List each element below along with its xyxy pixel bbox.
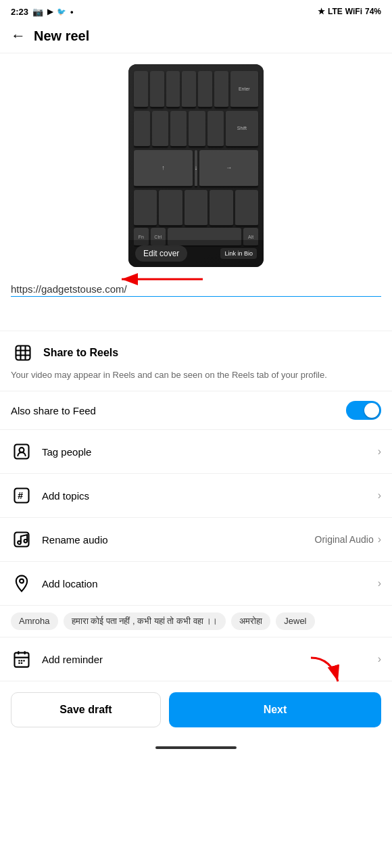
add-location-right: › bbox=[378, 577, 381, 589]
twitter-icon: 🐦 bbox=[57, 7, 66, 16]
add-reminder-chevron: › bbox=[378, 653, 381, 665]
share-to-reels-desc: Your video may appear in Reels and can b… bbox=[11, 369, 381, 381]
battery-level: 74% bbox=[365, 7, 381, 16]
key bbox=[170, 111, 187, 148]
add-reminder-left: Add reminder bbox=[11, 648, 103, 670]
key-up: ↑ bbox=[134, 150, 193, 187]
rename-audio-value: Original Audio bbox=[315, 534, 374, 545]
key bbox=[207, 111, 224, 148]
youtube-icon: ▶ bbox=[47, 7, 53, 16]
key bbox=[152, 111, 168, 148]
tag-people-icon bbox=[11, 441, 32, 462]
chips-section: Amroha हमारा कोई पता नहीं , कभी यहां तो … bbox=[0, 606, 392, 637]
wifi-icon: WiFi bbox=[345, 7, 362, 16]
time: 2:23 bbox=[11, 7, 28, 17]
key bbox=[210, 190, 232, 227]
reels-icon bbox=[11, 341, 35, 365]
svg-rect-3 bbox=[15, 445, 29, 459]
camera-icon: 📷 bbox=[32, 7, 43, 17]
tag-people-row[interactable]: Tag people › bbox=[0, 430, 392, 474]
add-topics-label: Add topics bbox=[42, 490, 89, 502]
key bbox=[214, 71, 228, 108]
save-draft-button[interactable]: Save draft bbox=[11, 692, 161, 727]
svg-rect-11 bbox=[15, 653, 29, 667]
add-location-label: Add location bbox=[42, 578, 98, 589]
key bbox=[150, 71, 164, 108]
also-share-feed-toggle[interactable] bbox=[346, 401, 381, 420]
add-reminder-label: Add reminder bbox=[42, 654, 103, 665]
tag-people-left: Tag people bbox=[11, 441, 91, 462]
key bbox=[134, 190, 157, 227]
dot-icon: • bbox=[70, 7, 74, 17]
bluetooth-icon: ★ bbox=[318, 7, 325, 16]
status-right: ★ LTE WiFi 74% bbox=[318, 7, 381, 16]
also-share-feed-label: Also share to Feed bbox=[11, 405, 96, 416]
key bbox=[134, 71, 148, 108]
chip-jewel[interactable]: Jewel bbox=[276, 612, 314, 630]
home-indicator bbox=[0, 741, 392, 757]
page-header: ← New reel bbox=[0, 22, 392, 53]
rename-audio-right: Original Audio › bbox=[315, 533, 382, 546]
key bbox=[185, 190, 207, 227]
edit-cover-button[interactable]: Edit cover bbox=[135, 245, 187, 262]
key bbox=[198, 71, 212, 108]
keyboard-image: Enter Shift ↑ ↓ → bbox=[128, 64, 264, 267]
chip-amroha-hindi[interactable]: अमरोहा bbox=[231, 612, 270, 630]
add-location-icon bbox=[11, 573, 32, 594]
also-share-feed-row: Also share to Feed bbox=[0, 391, 392, 430]
url-input[interactable] bbox=[11, 282, 381, 297]
bottom-section: Save draft Next bbox=[0, 681, 392, 741]
svg-point-10 bbox=[20, 579, 24, 583]
home-bar bbox=[155, 746, 237, 749]
status-left: 2:23 📷 ▶ 🐦 • bbox=[11, 7, 74, 17]
tag-people-right: › bbox=[378, 445, 381, 458]
chip-hindi[interactable]: हमारा कोई पता नहीं , कभी यहां तो कभी वहा… bbox=[64, 612, 226, 630]
add-location-chevron: › bbox=[378, 577, 381, 589]
add-location-left: Add location bbox=[11, 573, 98, 594]
add-topics-chevron: › bbox=[378, 489, 381, 502]
key bbox=[159, 190, 182, 227]
tag-people-label: Tag people bbox=[42, 446, 91, 458]
rename-audio-chevron: › bbox=[378, 533, 381, 546]
back-button[interactable]: ← bbox=[11, 27, 26, 45]
toggle-knob bbox=[364, 403, 379, 418]
key-shift: Shift bbox=[226, 111, 258, 148]
key-right: → bbox=[199, 150, 258, 187]
key-enter: Enter bbox=[230, 71, 259, 108]
add-topics-right: › bbox=[378, 489, 381, 502]
rename-audio-label: Rename audio bbox=[42, 534, 108, 546]
next-button[interactable]: Next bbox=[169, 692, 381, 727]
key bbox=[235, 190, 258, 227]
key-down: ↓ bbox=[195, 150, 198, 187]
chip-amroha[interactable]: Amroha bbox=[11, 612, 58, 630]
url-input-row bbox=[11, 282, 381, 297]
add-topics-row[interactable]: # Add topics › bbox=[0, 474, 392, 518]
link-in-bio-badge: Link in Bio bbox=[220, 248, 257, 259]
rename-audio-left: Rename audio bbox=[11, 529, 108, 550]
cover-overlay: Edit cover Link in Bio bbox=[128, 240, 264, 267]
key bbox=[182, 71, 196, 108]
add-location-row[interactable]: Add location › bbox=[0, 562, 392, 606]
svg-rect-2 bbox=[16, 346, 30, 360]
share-to-reels-title: Share to Reels bbox=[43, 347, 118, 359]
url-section bbox=[0, 272, 392, 331]
add-reminder-row[interactable]: Add reminder › bbox=[0, 637, 392, 681]
tag-people-chevron: › bbox=[378, 445, 381, 458]
signal-icon: LTE bbox=[328, 7, 343, 16]
add-reminder-right: › bbox=[378, 653, 381, 665]
thumbnail-container: Enter Shift ↑ ↓ → bbox=[128, 64, 264, 267]
add-topics-icon: # bbox=[11, 485, 32, 506]
key bbox=[166, 71, 180, 108]
key bbox=[134, 111, 150, 148]
share-to-reels-header: Share to Reels bbox=[11, 341, 381, 365]
share-to-reels-section: Share to Reels Your video may appear in … bbox=[0, 331, 392, 391]
svg-text:#: # bbox=[18, 490, 23, 501]
rename-audio-icon bbox=[11, 529, 32, 550]
status-bar: 2:23 📷 ▶ 🐦 • ★ LTE WiFi 74% bbox=[0, 0, 392, 22]
key bbox=[189, 111, 205, 148]
rename-audio-row[interactable]: Rename audio Original Audio › bbox=[0, 518, 392, 562]
page-title: New reel bbox=[34, 28, 89, 44]
add-reminder-icon bbox=[11, 648, 32, 670]
thumbnail-section: Enter Shift ↑ ↓ → bbox=[0, 53, 392, 272]
add-topics-left: # Add topics bbox=[11, 485, 89, 506]
